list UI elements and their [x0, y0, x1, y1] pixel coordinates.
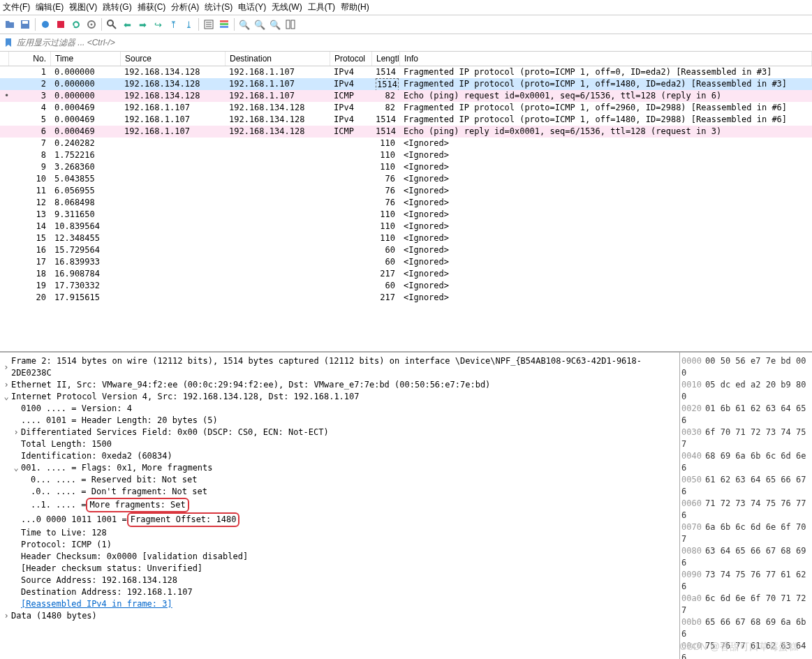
hex-row: 00306f 70 71 72 73 74 75 7 — [681, 427, 811, 450]
packet-row[interactable]: 20.000000192.168.134.128192.168.1.107IPv… — [0, 78, 812, 90]
highlight-more-fragments: More fragments: Set — [86, 498, 189, 512]
toolbar-autoscroll-icon[interactable] — [202, 17, 216, 31]
hex-row: 000000 50 56 e7 7e bd 00 0 — [681, 355, 811, 379]
col-length[interactable]: Lengtl — [372, 52, 400, 66]
hex-row: 00c075 76 77 61 62 63 64 6 — [681, 640, 811, 659]
packet-row[interactable]: 1615.72956460<Ignored> — [0, 244, 812, 256]
packet-row[interactable]: •30.000000192.168.134.128192.168.1.107IC… — [0, 90, 812, 102]
toolbar-open-icon[interactable] — [3, 17, 17, 31]
display-filter-input[interactable] — [14, 36, 809, 49]
packet-list-header: No. Time Source Destination Protocol Len… — [0, 52, 812, 66]
col-time[interactable]: Time — [51, 52, 121, 66]
menu-item[interactable]: 跳转(G) — [103, 1, 131, 13]
flag-more-pre: ..1. .... = — [31, 499, 86, 511]
menu-item[interactable]: 文件(F) — [3, 1, 30, 13]
packet-row[interactable]: 139.311650110<Ignored> — [0, 209, 812, 221]
toolbar-restart-icon[interactable] — [69, 17, 83, 31]
ip-field: Destination Address: 192.168.1.107 — [21, 586, 193, 598]
svg-rect-13 — [220, 23, 228, 25]
ip-field: Differentiated Services Field: 0x00 (DSC… — [21, 427, 329, 438]
menu-item[interactable]: 视图(V) — [69, 1, 97, 13]
packet-row[interactable]: 105.04385576<Ignored> — [0, 173, 812, 185]
ip-field: [Header checksum status: Unverified] — [21, 563, 202, 575]
expand-icon[interactable]: › — [1, 610, 11, 622]
hex-row: 00706a 6b 6c 6d 6e 6f 70 7 — [681, 521, 811, 545]
toolbar-zoomout-icon[interactable]: 🔍 — [253, 17, 267, 31]
packet-row[interactable]: 50.000469192.168.1.107192.168.134.128IPv… — [0, 114, 812, 126]
expand-icon[interactable]: › — [11, 427, 21, 438]
packet-row[interactable]: 81.752216110<Ignored> — [0, 149, 812, 161]
flag-field: .0.. .... = Don't fragment: Not set — [31, 486, 207, 498]
menu-item[interactable]: 统计(S) — [205, 1, 232, 13]
col-destination[interactable]: Destination — [226, 52, 330, 66]
packet-row[interactable]: 128.06849876<Ignored> — [0, 197, 812, 209]
packet-row[interactable]: 1917.73033260<Ignored> — [0, 280, 812, 292]
ip-field: 0100 .... = Version: 4 — [21, 403, 132, 415]
packet-row[interactable]: 1410.839564110<Ignored> — [0, 221, 812, 232]
menu-item[interactable]: 帮助(H) — [341, 1, 369, 13]
packet-row[interactable]: 70.240282110<Ignored> — [0, 138, 812, 149]
toolbar-colorize-icon[interactable] — [217, 17, 231, 31]
col-protocol[interactable]: Protocol — [330, 52, 372, 66]
hex-row: 006071 72 73 74 75 76 77 6 — [681, 498, 811, 521]
ip-field: Protocol: ICMP (1) — [21, 539, 112, 551]
packet-row[interactable]: 60.000469192.168.1.107192.168.134.128ICM… — [0, 126, 812, 138]
col-no[interactable]: No. — [9, 52, 51, 66]
packet-row[interactable]: 40.000469192.168.1.107192.168.134.128IPv… — [0, 102, 812, 114]
menu-item[interactable]: 电话(Y) — [238, 1, 266, 13]
toolbar-golast-icon[interactable]: ⤓ — [182, 17, 195, 31]
collapse-icon[interactable]: ⌄ — [11, 462, 21, 474]
ip-field: Total Length: 1500 — [21, 438, 112, 450]
toolbar-jump-icon[interactable]: ↪ — [151, 17, 165, 31]
col-info[interactable]: Info — [400, 52, 812, 66]
packet-details[interactable]: ›Frame 2: 1514 bytes on wire (12112 bits… — [0, 353, 679, 659]
toolbar-options-icon[interactable] — [84, 17, 98, 31]
menu-item[interactable]: 无线(W) — [272, 1, 302, 13]
toolbar-stop-icon[interactable] — [54, 17, 68, 31]
menu-item[interactable]: 捕获(C) — [138, 1, 166, 13]
packet-row[interactable]: 1512.348455110<Ignored> — [0, 232, 812, 244]
ip-flags: 001. .... = Flags: 0x1, More fragments — [21, 462, 213, 474]
hex-row: 004068 69 6a 6b 6c 6d 6e 6 — [681, 450, 811, 474]
menu-item[interactable]: 工具(T) — [308, 1, 335, 13]
expand-icon[interactable]: › — [1, 362, 11, 373]
bookmark-icon[interactable] — [3, 37, 14, 48]
toolbar-zoomin-icon[interactable]: 🔍 — [237, 17, 251, 31]
main-toolbar: ⬅ ➡ ↪ ⤒ ⤓ 🔍 🔍 🔍 — [0, 15, 812, 34]
packet-row[interactable]: 1816.908784217<Ignored> — [0, 268, 812, 280]
svg-rect-1 — [22, 21, 28, 24]
toolbar-gofirst-icon[interactable]: ⤒ — [166, 17, 180, 31]
packet-row[interactable]: 2017.915615217<Ignored> — [0, 292, 812, 304]
svg-point-2 — [42, 21, 49, 28]
hex-row: 008063 64 65 66 67 68 69 6 — [681, 545, 811, 569]
toolbar-resize-icon[interactable] — [283, 17, 297, 31]
toolbar-zoomfit-icon[interactable]: 🔍 — [268, 17, 282, 31]
toolbar-start-icon[interactable] — [38, 17, 52, 31]
hex-view[interactable]: 000000 50 56 e7 7e bd 00 0001005 dc ed a… — [679, 353, 812, 659]
hex-row: 002001 6b 61 62 63 64 65 6 — [681, 403, 811, 427]
svg-line-7 — [112, 25, 116, 29]
menu-item[interactable]: 分析(A) — [171, 1, 199, 13]
ip-field: .... 0101 = Header Length: 20 bytes (5) — [21, 415, 218, 427]
col-source[interactable]: Source — [121, 52, 226, 66]
toolbar-fwd-icon[interactable]: ➡ — [135, 17, 149, 31]
menu-bar: 文件(F)编辑(E)视图(V)跳转(G)捕获(C)分析(A)统计(S)电话(Y)… — [0, 0, 812, 15]
packet-row[interactable]: 93.268360110<Ignored> — [0, 161, 812, 173]
toolbar-save-icon[interactable] — [18, 17, 32, 31]
packet-row[interactable]: 10.000000192.168.134.128192.168.1.107IPv… — [0, 66, 812, 78]
hex-row: 001005 dc ed a2 20 b9 80 0 — [681, 379, 811, 403]
packet-row[interactable]: 1716.83993360<Ignored> — [0, 256, 812, 268]
collapse-icon[interactable]: ⌄ — [1, 391, 11, 403]
ip-field: Header Checksum: 0x0000 [validation disa… — [21, 551, 248, 563]
packet-row[interactable]: 116.05695576<Ignored> — [0, 185, 812, 197]
toolbar-find-icon[interactable] — [105, 17, 119, 31]
svg-rect-14 — [220, 26, 228, 28]
toolbar-back-icon[interactable]: ⬅ — [120, 17, 134, 31]
reassembled-link[interactable]: [Reassembled IPv4 in frame: 3] — [21, 598, 172, 610]
frag-offset-pre: ...0 0000 1011 1001 = — [21, 514, 127, 526]
highlight-fragment-offset: Fragment Offset: 1480 — [127, 512, 240, 527]
expand-icon[interactable]: › — [1, 379, 11, 391]
packet-list[interactable]: No. Time Source Destination Protocol Len… — [0, 52, 812, 352]
ip-field: Identification: 0xeda2 (60834) — [21, 450, 172, 462]
menu-item[interactable]: 编辑(E) — [36, 1, 64, 13]
